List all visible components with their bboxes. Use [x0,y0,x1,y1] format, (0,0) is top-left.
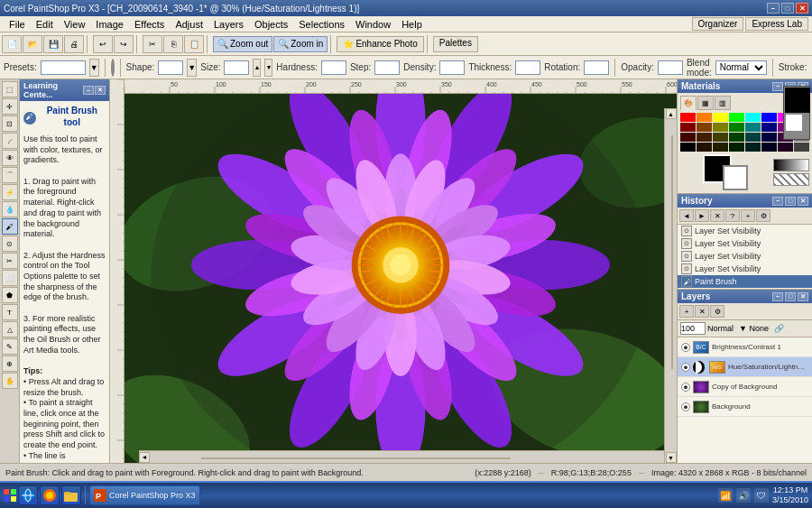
history-new-btn[interactable]: + [741,209,755,222]
swatch-verydarkblue[interactable] [761,143,777,152]
zoom-in-button[interactable]: 🔍 Zoom in [273,36,328,52]
history-forward-btn[interactable]: ► [695,209,709,222]
menu-image[interactable]: Image [90,18,129,31]
swatch-darkgray[interactable] [794,143,809,152]
layer-eye-bc[interactable]: ● [681,343,690,352]
history-item-3[interactable]: ⊙ Layer Set Visibility [678,250,812,263]
history-back-btn[interactable]: ◄ [679,209,694,222]
dropper-tool[interactable]: 💧 [2,201,18,217]
swatch-red[interactable] [680,113,696,122]
fg-large-swatch[interactable] [785,88,810,113]
pan-tool[interactable]: ✋ [2,373,18,389]
menu-window[interactable]: Window [350,18,396,31]
maximize-button[interactable]: □ [781,3,794,14]
swatch-orange[interactable] [697,113,712,122]
selection-tool[interactable]: ⬚ [2,81,18,97]
zoom-out-button[interactable]: 🔍 Zoom out [213,36,272,52]
layer-item-bg[interactable]: ● Background [678,397,812,417]
crop-tool[interactable]: ⊡ [2,115,18,132]
swatch-sienna[interactable] [697,133,712,142]
shape-dropdown-button[interactable]: ▼ [187,59,197,77]
pen-tool[interactable]: ✎ [2,338,18,355]
layer-item-copybg[interactable]: ● Copy of Background [678,377,812,397]
layer-eye-bg[interactable]: ● [681,402,690,411]
layers-minimize-btn[interactable]: − [772,292,783,301]
history-close-btn[interactable]: ✕ [798,197,808,206]
red-eye-tool[interactable]: 👁 [2,150,18,166]
history-item-5[interactable]: 🖌 Paint Brush [678,275,812,288]
swatch-navy[interactable] [761,123,777,132]
layers-close-btn[interactable]: ✕ [798,292,808,301]
enhance-photo-button[interactable]: ⭐ Enhance Photo [337,36,423,52]
swatch-teal[interactable] [745,123,761,132]
menu-adjust[interactable]: Adjust [170,18,208,31]
scroll-v-thumb[interactable] [671,135,673,368]
undo-button[interactable]: ↩ [93,35,113,53]
bg-large-swatch[interactable] [785,114,803,132]
opacity-input[interactable]: 100 [658,60,683,75]
menu-selections[interactable]: Selections [293,18,350,31]
history-float-btn[interactable]: □ [785,197,796,206]
swatch-darkestgreen[interactable] [729,143,744,152]
menu-edit[interactable]: Edit [31,18,59,31]
cut-button[interactable]: ✂ [143,35,162,53]
presets-input[interactable] [41,60,86,75]
history-item-4[interactable]: ⊙ Layer Set Visibility [678,263,812,275]
rotation-input[interactable]: 0 [584,60,609,75]
history-settings-btn[interactable]: ⚙ [756,209,770,222]
swatch-darkpurple[interactable] [778,143,793,152]
blend-select[interactable]: Normal Multiply Screen Overlay [715,60,767,75]
taskbar-ie-button[interactable] [18,485,38,505]
swatch-olive[interactable] [713,123,728,132]
layer-eye-copybg[interactable]: ● [681,383,690,392]
layer-item-hsl[interactable]: ● H/S Hue/Saturation/Lightness 1 [678,357,812,377]
history-info-btn[interactable]: ? [725,209,740,222]
presets-dropdown-button[interactable]: ▼ [89,59,99,77]
swatch-darkbrown[interactable] [697,143,712,152]
swatch-midnight[interactable] [761,133,777,142]
express-lab-button[interactable]: Express Lab [745,17,808,31]
layers-opacity-input[interactable] [680,322,706,335]
fill-tool[interactable]: ⬟ [2,287,18,303]
layers-new-btn[interactable]: + [679,305,694,318]
layers-settings-btn[interactable]: ⚙ [710,305,724,318]
horizontal-scrollbar[interactable]: ◄ ► [139,450,677,463]
menu-layers[interactable]: Layers [208,18,249,31]
thickness-input[interactable]: 100 [515,60,540,75]
hardness-input[interactable]: 10 [321,60,346,75]
tray-network-icon[interactable]: 📶 [718,488,733,503]
tray-volume-icon[interactable]: 🔊 [736,488,751,503]
clone-tool[interactable]: ⊙ [2,236,18,252]
open-button[interactable]: 📂 [23,35,42,53]
size-input[interactable]: 50 [224,60,249,75]
swatch-black[interactable] [680,143,696,152]
swatch-darkkhaki[interactable] [713,143,728,152]
shape-input[interactable]: 368 [158,60,183,75]
paint-brush-tool[interactable]: 🖌 [2,218,18,235]
magic-wand-tool[interactable]: ⚡ [2,184,18,200]
organizer-button[interactable]: Organizer [692,17,744,31]
mat-tab-gradient[interactable]: ▦ [697,96,714,110]
start-button[interactable] [4,485,16,505]
layers-delete-btn[interactable]: ✕ [695,305,709,318]
tray-security-icon[interactable]: 🛡 [754,488,769,503]
scroll-down-button[interactable]: ▼ [666,452,677,463]
swatch-brown[interactable] [697,123,712,132]
palettes-button[interactable]: Palettes [433,36,478,52]
size-down[interactable]: ▼ [264,59,272,77]
smart-carver-tool[interactable]: ✂ [2,253,18,269]
materials-minimize-btn[interactable]: − [772,82,783,91]
background-color[interactable] [723,165,748,190]
save-button[interactable]: 💾 [43,35,63,53]
copy-button[interactable]: ⎘ [163,35,183,53]
swatch-darkred[interactable] [680,123,696,132]
redo-button[interactable]: ↪ [114,35,134,53]
swatch-blue[interactable] [761,113,777,122]
swatch-green[interactable] [729,113,744,122]
history-item-1[interactable]: ⊙ Layer Set Visibility [678,225,812,237]
history-delete-btn[interactable]: ✕ [710,209,724,222]
size-up[interactable]: ▲ [253,59,261,77]
menu-objects[interactable]: Objects [249,18,293,31]
swatch-darkolive[interactable] [713,133,728,142]
print-button[interactable]: 🖨 [64,35,84,53]
